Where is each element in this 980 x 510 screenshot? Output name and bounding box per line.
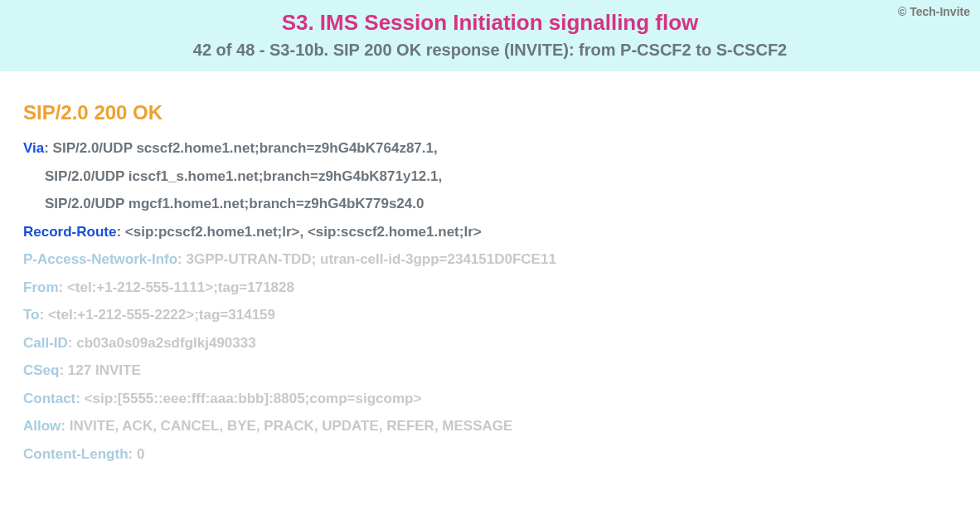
header-value-to: <tel:+1-212-555-2222>;tag=314159 — [48, 307, 275, 323]
sip-header-pani: P-Access-Network-Info: 3GPP-UTRAN-TDD; u… — [23, 249, 957, 270]
sip-header-via-cont: SIP/2.0/UDP mgcf1.home1.net;branch=z9hG4… — [23, 193, 957, 215]
copyright-text: © Tech-Invite — [898, 5, 970, 18]
header-value-via-3: SIP/2.0/UDP mgcf1.home1.net;branch=z9hG4… — [45, 196, 424, 211]
sip-header-cseq: CSeq: 127 INVITE — [23, 360, 957, 381]
header-value-via-2: SIP/2.0/UDP icscf1_s.home1.net;branch=z9… — [45, 168, 442, 184]
header-name-call-id: Call-ID — [23, 335, 68, 351]
header-name-contact: Contact — [23, 391, 75, 406]
sip-content: SIP/2.0 200 OK Via: SIP/2.0/UDP scscf2.h… — [0, 71, 980, 488]
header-name-record-route: Record-Route — [23, 224, 116, 240]
header-name-pani: P-Access-Network-Info — [23, 251, 177, 267]
sip-header-allow: Allow: INVITE, ACK, CANCEL, BYE, PRACK, … — [23, 415, 957, 437]
header-name-allow: Allow — [23, 418, 61, 434]
page-subtitle: 42 of 48 - S3-10b. SIP 200 OK response (… — [17, 41, 963, 60]
header-value-call-id: cb03a0s09a2sdfglkj490333 — [76, 335, 255, 351]
header-value-content-length: 0 — [137, 446, 144, 462]
sip-header-call-id: Call-ID: cb03a0s09a2sdfglkj490333 — [23, 333, 957, 354]
sip-header-to: To: <tel:+1-212-555-2222>;tag=314159 — [23, 304, 957, 326]
header-name-cseq: CSeq — [23, 362, 59, 378]
header-value-cseq: 127 INVITE — [68, 362, 141, 378]
header-banner: © Tech-Invite S3. IMS Session Initiation… — [0, 0, 980, 71]
header-name-via: Via — [23, 140, 44, 156]
sip-status-line: SIP/2.0 200 OK — [23, 101, 957, 124]
header-value-pani: 3GPP-UTRAN-TDD; utran-cell-id-3gpp=23415… — [187, 251, 556, 267]
sip-header-via-cont: SIP/2.0/UDP icscf1_s.home1.net;branch=z9… — [23, 166, 957, 187]
sip-header-record-route: Record-Route: <sip:pcscf2.home1.net;lr>,… — [23, 221, 957, 243]
header-value-contact: <sip:[5555::eee:fff:aaa:bbb]:8805;comp=s… — [85, 391, 422, 406]
header-value-via-1: SIP/2.0/UDP scscf2.home1.net;branch=z9hG… — [53, 140, 438, 156]
sip-header-via: Via: SIP/2.0/UDP scscf2.home1.net;branch… — [23, 138, 957, 159]
header-name-content-length: Content-Length — [23, 446, 129, 462]
page-title: S3. IMS Session Initiation signalling fl… — [17, 10, 963, 36]
header-name-from: From — [23, 279, 59, 295]
header-value-record-route: <sip:pcscf2.home1.net;lr>, <sip:scscf2.h… — [125, 224, 482, 240]
header-value-allow: INVITE, ACK, CANCEL, BYE, PRACK, UPDATE,… — [70, 418, 513, 434]
sip-header-from: From: <tel:+1-212-555-1111>;tag=171828 — [23, 277, 957, 299]
header-value-from: <tel:+1-212-555-1111>;tag=171828 — [67, 279, 294, 295]
header-name-to: To — [23, 307, 40, 323]
sip-header-contact: Contact: <sip:[5555::eee:fff:aaa:bbb]:88… — [23, 388, 957, 410]
sip-header-content-length: Content-Length: 0 — [23, 444, 957, 465]
